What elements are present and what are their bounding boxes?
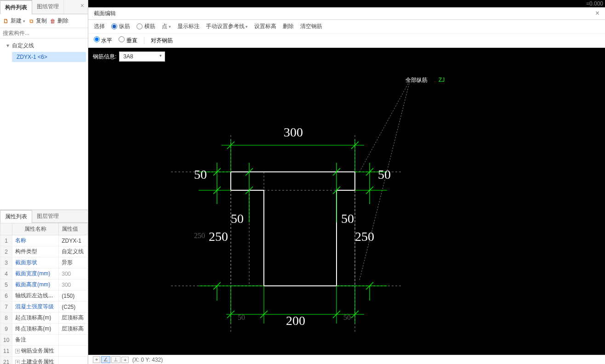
rebar-info-combo[interactable]: 3A8 [119,51,165,62]
radio-horizontal-input[interactable] [94,36,100,42]
table-row[interactable]: 7混凝土强度等级(C25) [0,301,88,313]
trash-icon: 🗑 [50,18,56,24]
coord-readout-top: =0.000 [586,0,603,7]
set-elevation-button[interactable]: 设置标高 [254,23,276,30]
radio-transverse-input[interactable] [137,23,143,29]
dim-left-notch-50: 50 [194,167,207,182]
table-row[interactable]: 4截面宽度(mm)300 [0,268,88,279]
prop-rownum: 8 [0,313,12,324]
select-button[interactable]: 选择 [94,23,105,30]
status-btn-1[interactable]: ⌖ [93,356,100,363]
status-bar: ⌖ ∠ ⊥ + (X: 0 Y: 432) [88,355,605,364]
radio-vertical-label: 垂直 [126,37,137,44]
dim-right-notch-50: 50 [378,167,391,182]
svg-rect-3 [264,172,355,286]
property-table: 属性名称 属性值 1名称ZDYX-12构件类型自定义线3截面形状异形4截面宽度(… [0,223,88,364]
property-tabs: 属性列表 图层管理 [0,210,88,223]
prop-value[interactable]: 层顶标高 [59,324,88,335]
radio-horizontal[interactable]: 水平 [94,36,112,45]
component-tree: ▾ 自定义线 ZDYX-1 <6> [0,39,88,210]
prop-value[interactable]: ZDYX-1 [59,235,88,246]
drawing-title: 全部纵筋 ZJ [405,68,445,85]
table-row[interactable]: 1名称ZDYX-1 [0,235,88,246]
copy-label: 复制 [36,17,47,25]
table-row[interactable]: 21+土建业务属性 [0,357,88,364]
table-row[interactable]: 8起点顶标高(m)层顶标高 [0,313,88,324]
prop-value[interactable] [59,346,88,357]
new-button[interactable]: 🗋 新建 ▾ [3,17,25,25]
radio-vertical-input[interactable] [119,36,125,42]
tab-component-list[interactable]: 构件列表 [0,0,32,14]
prop-name: 截面形状 [12,257,59,268]
show-dim-button[interactable]: 显示标注 [177,23,200,30]
prop-header-name: 属性名称 [12,223,59,235]
prop-name: 起点顶标高(m) [12,313,59,324]
prop-rownum: 2 [0,246,12,257]
status-btn-2[interactable]: ∠ [101,356,110,363]
prop-value[interactable]: 300 [59,268,88,279]
rebar-info-label: 钢筋信息: [93,53,116,61]
prop-name: 备注 [12,335,59,346]
close-section-editor-icon[interactable]: × [595,9,599,17]
expand-icon[interactable]: + [15,360,20,364]
delete-rebar-button[interactable]: 删除 [283,23,294,30]
table-row[interactable]: 11+钢筋业务属性 [0,346,88,357]
separator [144,37,144,44]
prop-name: 构件类型 [12,246,59,257]
dim-bottom-right-50: 50 [343,313,351,322]
section-editor-titlebar: 截面编辑 × [88,7,605,20]
radio-longitudinal-input[interactable] [111,23,117,29]
rebar-info-bar: 钢筋信息: 3A8 [93,51,165,62]
radio-transverse[interactable]: 横筋 [137,23,155,30]
tab-drawing-mgmt[interactable]: 图纸管理 [32,0,64,14]
search-input[interactable] [0,28,88,39]
status-btn-3[interactable]: ⊥ [111,356,120,363]
point-dropdown[interactable]: 点 [162,23,171,30]
tab-property-list[interactable]: 属性列表 [0,210,32,223]
prop-value[interactable]: 异形 [59,257,88,268]
section-toolbar-row2: 水平 垂直 对齐钢筋 [88,34,605,48]
copy-icon: ⧉ [28,18,34,24]
table-row[interactable]: 3截面形状异形 [0,257,88,268]
drawing-canvas[interactable]: 钢筋信息: 3A8 [88,48,605,364]
table-row[interactable]: 6轴线距左边线...(150) [0,290,88,301]
prop-value[interactable]: (C25) [59,301,88,313]
prop-name: +土建业务属性 [12,357,59,364]
caret-down-icon: ▾ [23,19,25,23]
prop-value[interactable]: 自定义线 [59,246,88,257]
prop-value[interactable] [59,357,88,364]
expand-icon[interactable]: + [15,349,20,353]
dim-inner-right-50: 50 [341,211,354,226]
align-rebar-button[interactable]: 对齐钢筋 [151,37,173,45]
copy-button[interactable]: ⧉ 复制 [28,17,47,25]
radio-longitudinal[interactable]: 纵筋 [111,23,130,30]
drawing-title-text: 全部纵筋 [405,77,428,83]
tab-layer-mgmt[interactable]: 图层管理 [32,210,63,222]
table-row[interactable]: 5截面高度(mm)300 [0,279,88,290]
prop-value[interactable]: (150) [59,290,88,301]
section-editor-title: 截面编辑 [94,10,116,17]
manual-ref-dropdown[interactable]: 手动设置参考线 [206,23,248,30]
table-row[interactable]: 2构件类型自定义线 [0,246,88,257]
radio-longitudinal-label: 纵筋 [119,23,130,30]
table-row[interactable]: 9终点顶标高(m)层顶标高 [0,324,88,335]
prop-rownum: 7 [0,301,12,313]
clear-rebar-button[interactable]: 清空钢筋 [300,23,322,30]
prop-name: 终点顶标高(m) [12,324,59,335]
prop-value[interactable]: 层顶标高 [59,313,88,324]
radio-vertical[interactable]: 垂直 [119,36,137,45]
tree-root[interactable]: ▾ 自定义线 [2,40,86,51]
status-btn-4[interactable]: + [121,357,129,363]
prop-value[interactable]: 300 [59,279,88,290]
tree-item-zdyx1[interactable]: ZDYX-1 <6> [12,52,86,62]
table-row[interactable]: 10备注 [0,335,88,346]
new-icon: 🗋 [3,18,9,24]
prop-value[interactable] [59,335,88,346]
tree-root-label: 自定义线 [12,42,34,49]
prop-rownum: 5 [0,279,12,290]
close-left-tabs-icon[interactable]: × [77,0,88,14]
collapse-icon[interactable]: ▾ [6,42,9,49]
prop-rownum: 9 [0,324,12,335]
prop-name: +钢筋业务属性 [12,346,59,357]
delete-button[interactable]: 🗑 删除 [50,17,68,25]
